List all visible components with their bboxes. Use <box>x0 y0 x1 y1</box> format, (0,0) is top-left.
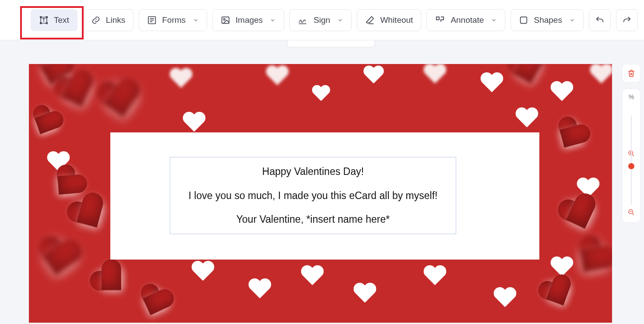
chevron-down-icon <box>270 17 276 23</box>
heart-decoration <box>504 64 549 91</box>
images-tool-label: Images <box>236 15 263 25</box>
links-tool-label: Links <box>106 15 125 25</box>
heart-decoration <box>248 279 271 300</box>
text-tool-button[interactable]: Text <box>31 9 77 31</box>
toolbar-right-group <box>589 9 644 31</box>
card-line-2: I love you so much, I made you this eCar… <box>189 188 438 203</box>
heart-decoration <box>311 85 330 102</box>
forms-tool-label: Forms <box>162 15 186 25</box>
card-line-3: Your Valentine, *insert name here* <box>236 212 390 227</box>
svg-rect-7 <box>521 17 527 23</box>
text-icon <box>39 15 49 25</box>
sign-tool-button[interactable]: Sign <box>289 9 352 31</box>
shapes-icon <box>519 15 528 25</box>
heart-decoration <box>550 82 574 103</box>
whiteout-tool-label: Whiteout <box>380 15 413 25</box>
heart-decoration <box>423 64 447 85</box>
heart-decoration <box>535 272 580 315</box>
forms-tool-button[interactable]: Forms <box>139 9 207 31</box>
eraser-icon <box>365 15 375 25</box>
delete-page-button[interactable] <box>622 64 640 82</box>
heart-decoration <box>589 64 612 85</box>
text-edit-box[interactable]: Happy Valentines Day! I love you so much… <box>170 157 456 234</box>
undo-button[interactable] <box>589 9 611 31</box>
heart-decoration <box>133 281 177 323</box>
heart-decoration <box>182 112 206 133</box>
svg-rect-5 <box>222 17 229 23</box>
zoom-track-line <box>631 115 632 205</box>
zoom-thumb[interactable] <box>628 163 634 169</box>
forms-icon <box>147 15 157 25</box>
links-tool-button[interactable]: Links <box>83 9 134 31</box>
annotate-tool-button[interactable]: Annotate <box>426 9 505 31</box>
heart-decoration <box>353 283 377 304</box>
heart-decoration <box>191 261 215 282</box>
chevron-down-icon <box>193 17 199 23</box>
chevron-down-icon <box>569 17 575 23</box>
heart-decoration <box>515 108 538 129</box>
text-tool-label: Text <box>54 15 69 25</box>
zoom-percent-label: % <box>629 93 634 100</box>
dropdown-remnant <box>287 40 375 47</box>
sign-tool-label: Sign <box>313 15 330 25</box>
right-side-controls: % <box>622 64 640 223</box>
whiteout-tool-button[interactable]: Whiteout <box>357 9 421 31</box>
editor-toolbar: Text Links Forms <box>0 0 644 40</box>
annotate-icon <box>435 15 445 25</box>
heart-decoration <box>564 231 612 287</box>
redo-button[interactable] <box>616 9 638 31</box>
heart-decoration <box>94 77 145 125</box>
zoom-slider[interactable]: % <box>622 89 640 223</box>
heart-decoration <box>85 255 136 306</box>
images-tool-button[interactable]: Images <box>212 9 284 31</box>
shapes-tool-button[interactable]: Shapes <box>510 9 583 31</box>
shapes-tool-label: Shapes <box>534 15 562 25</box>
heart-decoration <box>33 235 84 282</box>
heart-decoration <box>363 66 384 85</box>
heart-decoration <box>423 266 447 287</box>
heart-decoration <box>300 266 324 287</box>
document-canvas[interactable]: Happy Valentines Day! I love you so much… <box>29 64 612 323</box>
card-line-1: Happy Valentines Day! <box>262 164 364 179</box>
chevron-down-icon <box>491 17 497 23</box>
heart-decoration <box>265 66 289 87</box>
heart-decoration <box>169 68 193 89</box>
annotate-tool-label: Annotate <box>450 15 484 25</box>
link-icon <box>91 15 101 25</box>
sign-icon <box>298 15 308 25</box>
image-icon <box>221 15 230 25</box>
heart-decoration <box>480 73 503 94</box>
chevron-down-icon <box>337 17 343 23</box>
zoom-out-icon[interactable] <box>628 209 635 218</box>
heart-decoration <box>493 288 517 309</box>
card-panel: Happy Valentines Day! I love you so much… <box>110 132 539 260</box>
svg-point-6 <box>223 18 225 20</box>
heart-decoration <box>547 114 594 159</box>
